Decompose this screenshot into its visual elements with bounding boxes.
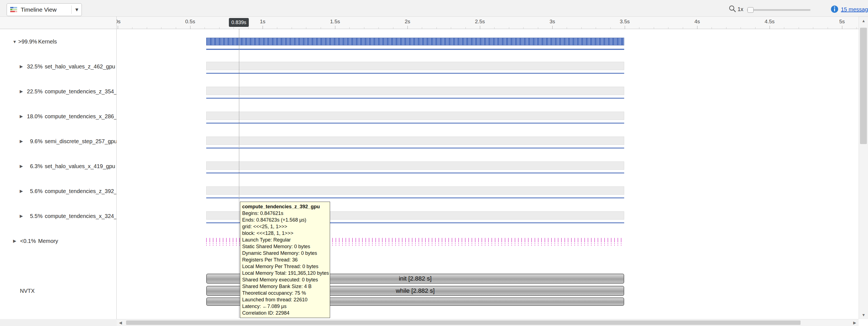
row-name: semi_discrete_step_257_gpu [45, 138, 117, 144]
cursor-time-badge: 0.839s [229, 18, 249, 27]
chevron-collapsed-icon[interactable]: ▶ [18, 189, 25, 194]
tooltip-line: Begins: 0.847621s [242, 210, 328, 217]
row-percent: 5.6% [25, 188, 42, 194]
zoom-magnifier-icon [728, 4, 736, 13]
tick-mark [697, 26, 698, 29]
sidebar-item-compute-tendencies-x-324[interactable]: ▶ 5.5% compute_tendencies_x_324_gpu [0, 203, 117, 228]
tick-mark [770, 26, 770, 29]
kernels-coverage-line [206, 49, 624, 50]
kernel-range-bar[interactable] [206, 186, 624, 195]
kernel-range-bar[interactable] [206, 62, 624, 70]
tick-label: 0s [117, 19, 121, 25]
kernel-range-bar[interactable] [206, 161, 624, 170]
sidebar-item-compute-tendencies-x-286[interactable]: ▶ 18.0% compute_tendencies_x_286_gpu [0, 104, 117, 129]
row-percent: 6.3% [25, 163, 42, 169]
messages-link[interactable]: 15 messages [841, 6, 868, 13]
horizontal-scrollbar[interactable]: ◀ ▶ [117, 319, 859, 326]
kernels-summary-bar[interactable] [206, 38, 624, 46]
tick-label: 1s [260, 19, 266, 25]
sidebar-item-compute-tendencies-z-354[interactable]: ▶ 22.5% compute_tendencies_z_354_gpu [0, 79, 117, 104]
row-percent: 18.0% [25, 113, 42, 120]
tooltip-line: Local Memory Total: 191,365,120 bytes [242, 270, 328, 276]
tick-mark [262, 26, 263, 29]
tick-label: 1.5s [330, 19, 340, 25]
chevron-collapsed-icon[interactable]: ▶ [11, 239, 18, 243]
tooltip-line: Correlation ID: 22984 [242, 310, 328, 316]
kernel-tooltip: compute_tendencies_z_392_gpu Begins: 0.8… [240, 201, 330, 318]
sidebar-item-set-halo-values-x[interactable]: ▶ 6.3% set_halo_values_x_419_gpu [0, 154, 117, 179]
tooltip-line: Shared Memory Bank Size: 4 B [242, 283, 328, 290]
sidebar-item-compute-tendencies-z-392[interactable]: ▶ 5.6% compute_tendencies_z_392_gpu [0, 179, 117, 203]
chevron-collapsed-icon[interactable]: ▶ [18, 114, 25, 119]
scroll-left-arrow-icon[interactable]: ◀ [117, 319, 124, 326]
chevron-down-icon[interactable]: ▼ [72, 7, 82, 13]
sidebar-item-semi-discrete-step[interactable]: ▶ 9.6% semi_discrete_step_257_gpu [0, 129, 117, 154]
tick-label: 2s [405, 19, 410, 25]
tooltip-line: Shared Memory executed: 0 bytes [242, 276, 328, 283]
top-toolbar: Timeline View ▼ 1x 15 messages [0, 0, 868, 17]
tooltip-line: Theoretical occupancy: 75 % [242, 290, 328, 296]
row-name: set_halo_values_z_462_gpu [45, 63, 115, 70]
tick-label: 0.5s [185, 19, 195, 25]
scroll-right-arrow-icon[interactable]: ▶ [851, 319, 859, 326]
tooltip-title: compute_tendencies_z_392_gpu [242, 203, 328, 210]
tick-label: 5s [839, 19, 845, 25]
kernel-coverage-line [206, 98, 624, 99]
row-name: set_halo_values_x_419_gpu [45, 163, 115, 169]
scroll-up-arrow-icon[interactable]: ▲ [859, 17, 868, 25]
vertical-scrollbar-thumb[interactable] [860, 28, 867, 144]
sidebar-item-kernels[interactable]: ▼ >99.9% Kernels [0, 29, 117, 54]
tooltip-line: Latency: ←7.089 µs [242, 303, 328, 310]
row-percent: 9.6% [25, 138, 42, 144]
row-name: compute_tendencies_x_324_gpu [45, 213, 126, 219]
time-cursor-line [239, 29, 239, 318]
timeline-row-tree: ▼ >99.9% Kernels ▶ 32.5% set_halo_values… [0, 29, 117, 319]
kernel-range-bar[interactable] [206, 112, 624, 120]
tooltip-line: Launch Type: Regular [242, 237, 328, 243]
vertical-scrollbar[interactable]: ▲ ▼ [859, 17, 868, 319]
chevron-collapsed-icon[interactable]: ▶ [18, 214, 25, 219]
nsight-timeline-window: Timeline View ▼ 1x 15 messages 0s [0, 0, 868, 326]
tooltip-line: Dynamic Shared Memory: 0 bytes [242, 250, 328, 256]
kernel-coverage-line [206, 172, 624, 173]
chevron-collapsed-icon[interactable]: ▶ [18, 89, 25, 94]
sidebar-item-memory[interactable]: ▶ <0.1% Memory [0, 228, 117, 253]
chevron-collapsed-icon[interactable]: ▶ [18, 139, 25, 144]
view-selector-label: Timeline View [21, 6, 71, 13]
tick-mark [407, 26, 408, 29]
tooltip-line: Launched from thread: 22610 [242, 296, 328, 303]
tooltip-line: Ends: 0.847623s (+1.568 µs) [242, 217, 328, 223]
tick-label: 2.5s [475, 19, 485, 25]
row-percent: >99.9% [18, 38, 36, 45]
view-selector-dropdown[interactable]: Timeline View ▼ [7, 3, 82, 16]
tick-label: 4.5s [765, 19, 775, 25]
kernel-coverage-line [206, 73, 624, 74]
horizontal-scrollbar-thumb[interactable] [126, 321, 801, 325]
tick-label: 3.5s [620, 19, 630, 25]
sidebar-item-set-halo-values-z[interactable]: ▶ 32.5% set_halo_values_z_462_gpu [0, 54, 117, 79]
row-percent: 32.5% [25, 63, 42, 70]
pane-divider[interactable] [116, 17, 117, 319]
kernel-coverage-line [206, 123, 624, 124]
kernel-coverage-line [206, 147, 624, 148]
tick-mark [625, 26, 625, 29]
kernel-range-bar[interactable] [206, 87, 624, 95]
tick-mark [190, 26, 190, 29]
chevron-collapsed-icon[interactable]: ▶ [18, 64, 25, 69]
kernel-range-bar[interactable] [206, 137, 624, 145]
timeline-canvas[interactable]: init [2.882 s] while [2.882 s] compute_t… [117, 29, 859, 319]
zoom-slider-thumb[interactable] [747, 7, 753, 13]
chevron-collapsed-icon[interactable]: ▶ [18, 164, 25, 169]
info-icon[interactable] [830, 5, 839, 13]
tick-mark [118, 26, 118, 29]
chevron-expanded-icon[interactable]: ▼ [11, 39, 18, 44]
sidebar-item-nvtx[interactable]: NVTX [0, 284, 117, 298]
row-name: Kernels [38, 38, 57, 45]
row-name: compute_tendencies_z_392_gpu [45, 188, 126, 194]
tooltip-line: block: <<<128, 1, 1>>> [242, 230, 328, 237]
row-name: Memory [38, 238, 58, 244]
zoom-level-label: 1x [738, 6, 743, 12]
scroll-down-arrow-icon[interactable]: ▼ [859, 311, 868, 319]
time-ruler[interactable]: 0s 0.5s 1s 1.5s 2s 2.5s 3s 3.5s 4s 4.5s … [0, 17, 868, 29]
zoom-slider[interactable] [747, 9, 810, 11]
